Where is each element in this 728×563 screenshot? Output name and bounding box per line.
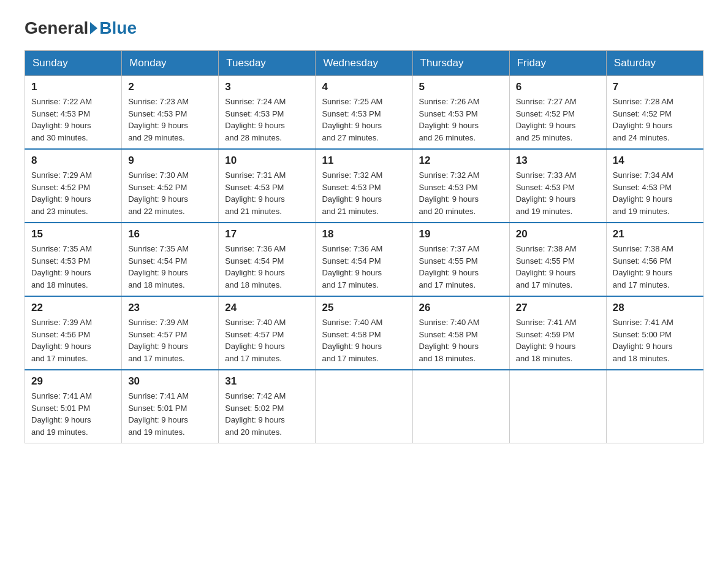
day-info: Sunrise: 7:37 AM Sunset: 4:55 PM Dayligh… bbox=[419, 243, 503, 291]
day-info: Sunrise: 7:40 AM Sunset: 4:58 PM Dayligh… bbox=[419, 316, 503, 364]
calendar-day-cell: 14 Sunrise: 7:34 AM Sunset: 4:53 PM Dayl… bbox=[606, 149, 703, 223]
calendar-day-cell bbox=[509, 370, 606, 443]
day-info: Sunrise: 7:35 AM Sunset: 4:53 PM Dayligh… bbox=[31, 243, 115, 291]
day-info: Sunrise: 7:39 AM Sunset: 4:56 PM Dayligh… bbox=[31, 316, 115, 364]
day-info: Sunrise: 7:41 AM Sunset: 5:01 PM Dayligh… bbox=[31, 390, 115, 438]
day-info: Sunrise: 7:28 AM Sunset: 4:52 PM Dayligh… bbox=[613, 96, 697, 144]
calendar-day-cell: 26 Sunrise: 7:40 AM Sunset: 4:58 PM Dayl… bbox=[412, 296, 509, 370]
day-number: 1 bbox=[31, 81, 115, 93]
day-of-week-header: Thursday bbox=[412, 51, 509, 76]
calendar-day-cell: 3 Sunrise: 7:24 AM Sunset: 4:53 PM Dayli… bbox=[219, 76, 316, 150]
day-info: Sunrise: 7:26 AM Sunset: 4:53 PM Dayligh… bbox=[419, 96, 503, 144]
day-info: Sunrise: 7:30 AM Sunset: 4:52 PM Dayligh… bbox=[128, 169, 212, 217]
day-number: 21 bbox=[613, 228, 697, 240]
day-number: 15 bbox=[31, 228, 115, 240]
day-info: Sunrise: 7:22 AM Sunset: 4:53 PM Dayligh… bbox=[31, 96, 115, 144]
day-number: 30 bbox=[128, 375, 212, 388]
day-info: Sunrise: 7:41 AM Sunset: 5:01 PM Dayligh… bbox=[128, 390, 212, 438]
day-info: Sunrise: 7:39 AM Sunset: 4:57 PM Dayligh… bbox=[128, 316, 212, 364]
calendar-day-cell: 21 Sunrise: 7:38 AM Sunset: 4:56 PM Dayl… bbox=[606, 223, 703, 296]
day-info: Sunrise: 7:31 AM Sunset: 4:53 PM Dayligh… bbox=[225, 169, 309, 217]
logo-general-text: General bbox=[25, 18, 88, 38]
day-number: 4 bbox=[322, 81, 406, 93]
day-number: 2 bbox=[128, 81, 212, 93]
calendar-day-cell: 29 Sunrise: 7:41 AM Sunset: 5:01 PM Dayl… bbox=[25, 370, 122, 443]
calendar-header-row: SundayMondayTuesdayWednesdayThursdayFrid… bbox=[25, 51, 703, 76]
day-number: 11 bbox=[322, 155, 406, 167]
day-of-week-header: Wednesday bbox=[316, 51, 412, 76]
day-of-week-header: Monday bbox=[122, 51, 219, 76]
logo-arrow-icon bbox=[90, 22, 97, 34]
calendar-week-row: 29 Sunrise: 7:41 AM Sunset: 5:01 PM Dayl… bbox=[25, 370, 703, 443]
day-number: 13 bbox=[516, 155, 600, 167]
calendar-day-cell: 13 Sunrise: 7:33 AM Sunset: 4:53 PM Dayl… bbox=[509, 149, 606, 223]
calendar-day-cell: 23 Sunrise: 7:39 AM Sunset: 4:57 PM Dayl… bbox=[122, 296, 219, 370]
day-number: 24 bbox=[225, 302, 309, 314]
day-info: Sunrise: 7:38 AM Sunset: 4:56 PM Dayligh… bbox=[613, 243, 697, 291]
calendar-day-cell: 11 Sunrise: 7:32 AM Sunset: 4:53 PM Dayl… bbox=[316, 149, 412, 223]
calendar-week-row: 22 Sunrise: 7:39 AM Sunset: 4:56 PM Dayl… bbox=[25, 296, 703, 370]
calendar-day-cell: 7 Sunrise: 7:28 AM Sunset: 4:52 PM Dayli… bbox=[606, 76, 703, 150]
day-info: Sunrise: 7:35 AM Sunset: 4:54 PM Dayligh… bbox=[128, 243, 212, 291]
day-number: 12 bbox=[419, 155, 503, 167]
day-info: Sunrise: 7:29 AM Sunset: 4:52 PM Dayligh… bbox=[31, 169, 115, 217]
calendar-day-cell: 2 Sunrise: 7:23 AM Sunset: 4:53 PM Dayli… bbox=[122, 76, 219, 150]
day-info: Sunrise: 7:36 AM Sunset: 4:54 PM Dayligh… bbox=[322, 243, 406, 291]
day-of-week-header: Saturday bbox=[606, 51, 703, 76]
day-of-week-header: Friday bbox=[509, 51, 606, 76]
calendar-day-cell: 20 Sunrise: 7:38 AM Sunset: 4:55 PM Dayl… bbox=[509, 223, 606, 296]
day-number: 25 bbox=[322, 302, 406, 314]
day-info: Sunrise: 7:42 AM Sunset: 5:02 PM Dayligh… bbox=[225, 390, 309, 438]
day-number: 19 bbox=[419, 228, 503, 240]
day-number: 29 bbox=[31, 375, 115, 388]
logo-blue-text: Blue bbox=[99, 18, 137, 38]
day-info: Sunrise: 7:34 AM Sunset: 4:53 PM Dayligh… bbox=[613, 169, 697, 217]
calendar-day-cell: 19 Sunrise: 7:37 AM Sunset: 4:55 PM Dayl… bbox=[412, 223, 509, 296]
day-number: 8 bbox=[31, 155, 115, 167]
day-of-week-header: Tuesday bbox=[219, 51, 316, 76]
day-info: Sunrise: 7:41 AM Sunset: 5:00 PM Dayligh… bbox=[613, 316, 697, 364]
day-number: 28 bbox=[613, 302, 697, 314]
calendar-day-cell: 4 Sunrise: 7:25 AM Sunset: 4:53 PM Dayli… bbox=[316, 76, 412, 150]
day-number: 7 bbox=[613, 81, 697, 93]
day-number: 17 bbox=[225, 228, 309, 240]
day-info: Sunrise: 7:27 AM Sunset: 4:52 PM Dayligh… bbox=[516, 96, 600, 144]
day-number: 16 bbox=[128, 228, 212, 240]
day-number: 6 bbox=[516, 81, 600, 93]
day-number: 26 bbox=[419, 302, 503, 314]
calendar-table: SundayMondayTuesdayWednesdayThursdayFrid… bbox=[25, 50, 703, 443]
calendar-day-cell: 15 Sunrise: 7:35 AM Sunset: 4:53 PM Dayl… bbox=[25, 223, 122, 296]
day-number: 18 bbox=[322, 228, 406, 240]
day-number: 3 bbox=[225, 81, 309, 93]
day-number: 22 bbox=[31, 302, 115, 314]
day-info: Sunrise: 7:36 AM Sunset: 4:54 PM Dayligh… bbox=[225, 243, 309, 291]
calendar-day-cell: 1 Sunrise: 7:22 AM Sunset: 4:53 PM Dayli… bbox=[25, 76, 122, 150]
calendar-day-cell: 28 Sunrise: 7:41 AM Sunset: 5:00 PM Dayl… bbox=[606, 296, 703, 370]
day-info: Sunrise: 7:25 AM Sunset: 4:53 PM Dayligh… bbox=[322, 96, 406, 144]
day-info: Sunrise: 7:33 AM Sunset: 4:53 PM Dayligh… bbox=[516, 169, 600, 217]
calendar-day-cell: 5 Sunrise: 7:26 AM Sunset: 4:53 PM Dayli… bbox=[412, 76, 509, 150]
calendar-day-cell: 12 Sunrise: 7:32 AM Sunset: 4:53 PM Dayl… bbox=[412, 149, 509, 223]
day-number: 14 bbox=[613, 155, 697, 167]
day-number: 10 bbox=[225, 155, 309, 167]
logo: General Blue bbox=[25, 18, 137, 38]
calendar-day-cell bbox=[606, 370, 703, 443]
day-info: Sunrise: 7:24 AM Sunset: 4:53 PM Dayligh… bbox=[225, 96, 309, 144]
day-info: Sunrise: 7:40 AM Sunset: 4:57 PM Dayligh… bbox=[225, 316, 309, 364]
day-info: Sunrise: 7:40 AM Sunset: 4:58 PM Dayligh… bbox=[322, 316, 406, 364]
calendar-day-cell: 10 Sunrise: 7:31 AM Sunset: 4:53 PM Dayl… bbox=[219, 149, 316, 223]
calendar-day-cell: 22 Sunrise: 7:39 AM Sunset: 4:56 PM Dayl… bbox=[25, 296, 122, 370]
calendar-day-cell: 30 Sunrise: 7:41 AM Sunset: 5:01 PM Dayl… bbox=[122, 370, 219, 443]
day-number: 9 bbox=[128, 155, 212, 167]
calendar-day-cell: 24 Sunrise: 7:40 AM Sunset: 4:57 PM Dayl… bbox=[219, 296, 316, 370]
calendar-day-cell: 17 Sunrise: 7:36 AM Sunset: 4:54 PM Dayl… bbox=[219, 223, 316, 296]
calendar-day-cell: 6 Sunrise: 7:27 AM Sunset: 4:52 PM Dayli… bbox=[509, 76, 606, 150]
day-number: 31 bbox=[225, 375, 309, 388]
day-number: 23 bbox=[128, 302, 212, 314]
day-number: 20 bbox=[516, 228, 600, 240]
calendar-day-cell bbox=[316, 370, 412, 443]
day-info: Sunrise: 7:41 AM Sunset: 4:59 PM Dayligh… bbox=[516, 316, 600, 364]
calendar-day-cell: 8 Sunrise: 7:29 AM Sunset: 4:52 PM Dayli… bbox=[25, 149, 122, 223]
day-info: Sunrise: 7:23 AM Sunset: 4:53 PM Dayligh… bbox=[128, 96, 212, 144]
calendar-day-cell: 27 Sunrise: 7:41 AM Sunset: 4:59 PM Dayl… bbox=[509, 296, 606, 370]
